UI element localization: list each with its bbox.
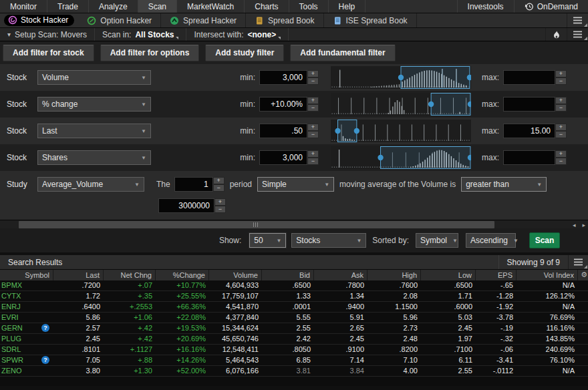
column-header[interactable]: High — [368, 270, 421, 280]
study-field-dropdown[interactable]: Average_Volume ▼ — [37, 177, 144, 192]
tab-spread-hacker[interactable]: Spread Hacker — [161, 13, 246, 27]
scroll-left-arrow-icon[interactable]: ◂ — [573, 222, 576, 228]
stepper-minus-icon[interactable]: − — [307, 104, 319, 112]
stepper-minus-icon[interactable]: − — [307, 158, 319, 165]
scroll-right-arrow-icon[interactable]: ▸ — [582, 222, 585, 228]
min-stepper[interactable]: + − — [307, 124, 319, 138]
column-header[interactable]: Low — [421, 270, 476, 280]
resize-corner[interactable] — [584, 37, 587, 40]
filter-field-dropdown[interactable]: Last ▼ — [37, 124, 151, 138]
add-filter-button[interactable]: Add filter for stock — [3, 45, 94, 61]
max-value-input[interactable] — [503, 150, 555, 165]
range-histogram-slider[interactable] — [331, 120, 471, 142]
menu-item[interactable]: Charts — [245, 0, 289, 13]
help-icon[interactable]: ? — [41, 356, 49, 364]
max-stepper[interactable]: + − — [555, 97, 567, 112]
menu-item[interactable]: Analyze — [89, 0, 138, 13]
stepper-minus-icon[interactable]: − — [555, 104, 567, 112]
stepper-plus-icon[interactable]: + — [307, 124, 319, 131]
stepper-plus-icon[interactable]: + — [307, 97, 319, 104]
min-value-input[interactable] — [259, 97, 307, 112]
stepper-plus-icon[interactable]: + — [555, 70, 567, 77]
resize-corner[interactable] — [584, 265, 587, 268]
menu-item[interactable]: Tools — [289, 0, 329, 13]
max-value-input[interactable] — [503, 70, 555, 85]
min-stepper[interactable]: + − — [307, 97, 319, 112]
show-count-dropdown[interactable]: 50 ▼ — [249, 233, 286, 248]
filter-field-dropdown[interactable]: % change ▼ — [37, 97, 151, 112]
add-filter-button[interactable]: Add study filter — [205, 45, 284, 61]
tab-stock-hacker[interactable]: Stock Hacker — [0, 13, 78, 27]
menu-item[interactable]: MarketWatch — [177, 0, 245, 13]
menu-item-investools[interactable]: Investools — [457, 0, 514, 13]
table-row[interactable]: PLUG ? 2.45 +.42 +20.69% 45,650,746 2.42… — [0, 334, 588, 345]
stepper-minus-icon[interactable]: − — [213, 184, 225, 192]
max-value-input[interactable] — [503, 97, 555, 112]
ma-type-dropdown[interactable]: Simple ▼ — [257, 177, 334, 192]
scan-in-dropdown[interactable]: Scan in: All Stocks — [95, 28, 186, 41]
stepper-plus-icon[interactable]: + — [213, 177, 225, 184]
tab-ise-spread-book[interactable]: ISE Spread Book — [324, 13, 417, 27]
column-header[interactable]: Vol Index — [517, 270, 578, 280]
stepper-minus-icon[interactable]: − — [307, 77, 319, 85]
column-header[interactable]: Symbol — [0, 270, 53, 280]
table-row[interactable]: ZENO ? 3.80 +1.30 +52.00% 6,076,166 3.81… — [0, 366, 588, 377]
add-filter-button[interactable]: Add filter for options — [100, 45, 200, 61]
threshold-value-input[interactable] — [158, 198, 214, 213]
min-value-input[interactable] — [259, 150, 307, 165]
table-row[interactable]: SPWR ? 7.05 +.88 +14.26% 5,464,543 6.85 … — [0, 355, 588, 366]
stepper-plus-icon[interactable]: + — [555, 97, 567, 104]
max-stepper[interactable]: + − — [555, 150, 567, 165]
column-header[interactable]: Ask — [314, 270, 368, 280]
range-histogram-slider[interactable] — [331, 146, 471, 169]
stepper-plus-icon[interactable]: + — [214, 198, 226, 206]
setup-scan-collapse[interactable]: ▾ Setup Scan: Movers — [0, 28, 95, 41]
column-header[interactable]: EPS — [476, 270, 517, 280]
range-histogram-slider[interactable] — [331, 93, 471, 116]
filter-field-dropdown[interactable]: Shares ▼ — [37, 150, 151, 165]
stepper-plus-icon[interactable]: + — [307, 70, 319, 77]
sort-direction-dropdown[interactable]: Ascending ▼ — [466, 233, 516, 248]
period-value-input[interactable] — [174, 177, 213, 192]
column-header[interactable]: Volume — [209, 270, 262, 280]
column-header[interactable]: Last — [53, 270, 104, 280]
instrument-dropdown[interactable]: Stocks ▼ — [291, 233, 366, 248]
stepper-plus-icon[interactable]: + — [555, 150, 567, 158]
menu-item[interactable]: Trade — [47, 0, 89, 13]
comparison-dropdown[interactable]: greater than ▼ — [461, 177, 547, 192]
help-icon[interactable]: ? — [41, 324, 49, 332]
scan-button[interactable]: Scan — [529, 232, 560, 248]
column-header[interactable]: Bid — [262, 270, 314, 280]
table-row[interactable]: SDRL ? .8101 +.1127 +16.16% 12,548,411 .… — [0, 345, 588, 355]
stepper-plus-icon[interactable]: + — [555, 124, 567, 131]
intersect-with-dropdown[interactable]: Intersect with: <none> — [186, 28, 289, 41]
horizontal-scrollbar[interactable]: ◂ ▸ — [0, 220, 588, 228]
menu-item[interactable]: Monitor — [0, 0, 47, 13]
column-header[interactable]: Net Chng — [104, 270, 156, 280]
gear-icon[interactable]: ⚙ — [581, 270, 587, 279]
max-value-input[interactable] — [503, 124, 555, 138]
stepper-minus-icon[interactable]: − — [555, 77, 567, 85]
scrollbar-thumb[interactable] — [19, 221, 494, 228]
min-stepper[interactable]: + − — [307, 150, 319, 165]
min-value-input[interactable] — [259, 124, 307, 138]
stepper-minus-icon[interactable]: − — [214, 206, 226, 213]
period-stepper[interactable]: + − — [213, 177, 225, 192]
stepper-minus-icon[interactable]: − — [555, 131, 567, 138]
stepper-plus-icon[interactable]: + — [307, 150, 319, 158]
table-row[interactable]: GERN ? 2.57 +.42 +19.53% 15,344,624 2.55… — [0, 323, 588, 334]
menu-item[interactable]: Help — [329, 0, 366, 13]
menu-item-ondemand[interactable]: OnDemand — [514, 0, 588, 13]
max-stepper[interactable]: + − — [555, 124, 567, 138]
menu-item[interactable]: Scan — [138, 0, 177, 13]
range-histogram-slider[interactable] — [331, 66, 471, 89]
stepper-minus-icon[interactable]: − — [307, 131, 319, 138]
table-row[interactable]: ENRJ ? .6400 +.2553 +66.36% 4,541,870 .0… — [0, 302, 588, 313]
min-value-input[interactable] — [259, 70, 307, 85]
tab-spread-book[interactable]: Spread Book — [246, 13, 323, 27]
stepper-minus-icon[interactable]: − — [555, 158, 567, 165]
table-row[interactable]: BPMX ? .7200 +.07 +10.77% 4,604,933 .650… — [0, 280, 588, 291]
tab-option-hacker[interactable]: Option Hacker — [78, 13, 161, 27]
filter-field-dropdown[interactable]: Volume ▼ — [37, 70, 151, 85]
max-stepper[interactable]: + − — [555, 70, 567, 85]
